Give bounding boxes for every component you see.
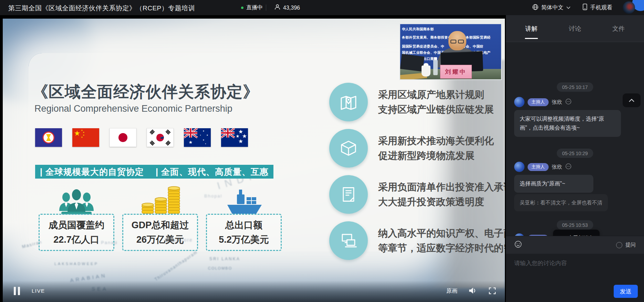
viewer-count: 43,396: [274, 4, 300, 12]
date-divider: 05-25 10:53: [557, 220, 593, 230]
point-investment: 采用负面清单作出投资准入承诺 大大提升投资政策透明度: [329, 175, 505, 214]
stat-box-population: 成员国覆盖约 22.7亿人口: [39, 214, 114, 251]
chat-bubble: 选择画质为“原画”~: [514, 175, 593, 193]
stat-box-exports: 总出口额 5.2万亿美元: [206, 214, 282, 251]
laptop: [400, 54, 425, 72]
point-customs: 采用新技术推动海关便利化 促进新型跨境物流发展: [329, 129, 494, 168]
fullscreen-icon[interactable]: [488, 287, 496, 296]
pip-backdrop-text: 华人民共和国商务部: [402, 27, 500, 32]
live-status: 直播中: [241, 4, 263, 11]
webinar-app: 第三期全国《区域全面经济伙伴关系协定》（RCEP）专题培训 直播中 43,396…: [0, 0, 644, 302]
slide-title: 《区域全面经济伙伴关系协定》: [32, 81, 259, 103]
mobile-view-button[interactable]: 手机观看: [582, 3, 612, 12]
stat-line2: 26万亿美元: [136, 233, 184, 246]
ask-question-toggle[interactable]: 提问: [616, 242, 636, 248]
point-line1: 采用负面清单作出投资准入承诺: [378, 180, 505, 194]
slide-subtitle: Regional Comprehensive Economic Partners…: [34, 103, 232, 114]
date-divider: 05-25 10:17: [557, 82, 593, 92]
video-player[interactable]: Masirah ARABIAN SEA LAKSHADWEEP Panaji B…: [0, 15, 506, 302]
date-divider: 05-25 10:29: [557, 149, 593, 158]
stat-line1: 成员国覆盖约: [49, 219, 104, 231]
point-digital-economy: 纳入高水平的知识产权、电子商务 等章节，适应数字经济时代的需要: [329, 221, 505, 260]
message-header: 主持人 张欣: [514, 162, 572, 172]
quality-button[interactable]: 原画: [446, 288, 457, 295]
map-label: COLOMBO: [208, 266, 232, 270]
cup: [422, 66, 430, 77]
flag-south-korea: [147, 128, 174, 147]
presenter-video: 华人民共和国商务部 务部外贸发展局、商务部投资促进局、商务部国际贸易经 国国际贸…: [399, 23, 502, 80]
send-button[interactable]: 发送: [614, 285, 638, 298]
host-badge: 主持人: [528, 98, 549, 106]
stat-line1: GDP总和超过: [132, 219, 189, 231]
stat-line1: 总出口额: [225, 219, 262, 231]
chevron-down-icon: [566, 4, 571, 11]
chat-toolbar: 提问: [506, 236, 644, 254]
banner-segment: | 全面、现代、高质量、互惠: [156, 166, 269, 178]
top-bar: 第三期全国《区域全面经济伙伴关系协定》（RCEP）专题培训 直播中 43,396…: [0, 0, 644, 15]
banner-segment: | 全球规模最大的自贸协定: [40, 166, 144, 178]
map-label: SRI LANKA: [209, 256, 240, 261]
host-badge: 主持人: [528, 163, 549, 171]
sender-name: 张欣: [552, 164, 562, 170]
more-options-icon[interactable]: [565, 163, 572, 171]
emoji-button[interactable]: [514, 240, 522, 250]
flag-china: [72, 128, 99, 147]
member-flags: [35, 128, 248, 147]
point-line2: 等章节，适应数字经济时代的需要: [378, 241, 505, 255]
globe-icon: [532, 4, 539, 12]
people-icon: [55, 189, 98, 217]
page-title: 第三期全国《区域全面经济伙伴关系协定》（RCEP）专题培训: [8, 4, 195, 13]
live-dot-icon: [241, 7, 243, 9]
glasses-icon: [450, 40, 456, 43]
message-header: 主持人 张欣: [514, 97, 572, 107]
chat-bubble: 大家可以调整视频清晰度，选择“原画”，点击视频会有选项~: [514, 110, 621, 137]
video-canvas: Masirah ARABIAN SEA LAKSHADWEEP Panaji B…: [3, 19, 505, 302]
water-bottle: [433, 59, 438, 75]
name-plate: 刘耀中: [440, 65, 472, 79]
radio-icon: [616, 242, 622, 248]
ship-icon: [225, 188, 264, 217]
sidebar-tabs: 讲解 讨论 文件: [506, 15, 644, 42]
avatar[interactable]: [514, 233, 524, 236]
language-selector[interactable]: 简体中文: [532, 4, 571, 12]
devices-icon: [329, 221, 368, 260]
tab-explanation[interactable]: 讲解: [524, 16, 539, 42]
sender-name: 张欣: [552, 99, 562, 105]
stat-line2: 5.2万亿美元: [219, 233, 269, 246]
player-control-bar: LIVE 原画: [3, 281, 505, 302]
volume-icon[interactable]: [468, 286, 477, 296]
more-options-icon[interactable]: [565, 98, 572, 106]
chat-message-list[interactable]: 05-25 10:17 主持人 张欣 大家可以调整视频清晰度，选择“原画”，点击…: [506, 42, 644, 236]
coins-icon: [139, 185, 181, 217]
top-bar-right: 简体中文 手机观看: [532, 0, 612, 15]
person-icon: [274, 4, 281, 12]
chat-sidebar: 讲解 讨论 文件 05-25 10:17 主持人 张欣 大家可以调整视频清晰度，…: [506, 15, 644, 302]
slide-banner: | 全球规模最大的自贸协定 | 全面、现代、高质量、互惠: [35, 165, 273, 179]
avatar[interactable]: [514, 162, 524, 172]
chat-input[interactable]: [506, 254, 644, 281]
point-line1: 采用区域原产地累计规则: [378, 87, 494, 102]
live-badge: LIVE: [32, 288, 45, 294]
phone-icon: [582, 3, 588, 12]
chat-input-area: 发送: [506, 254, 644, 302]
user-avatar[interactable]: [623, 1, 635, 14]
map-label: LAKSHADWEEP: [54, 262, 98, 266]
divider: [266, 4, 266, 11]
tab-discussion[interactable]: 讨论: [568, 16, 583, 42]
tab-files[interactable]: 文件: [611, 16, 626, 42]
map-pin-icon: [329, 83, 368, 121]
mobile-view-label: 手机观看: [590, 4, 612, 11]
pause-button[interactable]: [13, 287, 21, 295]
point-line2: 大大提升投资政策透明度: [378, 194, 505, 209]
document-icon: [329, 175, 368, 214]
flag-australia: [184, 128, 211, 147]
flag-japan: [110, 128, 136, 147]
quoted-message: 吴亚彬：看不清文字，全屏也看不清: [514, 194, 608, 211]
viewer-count-value: 43,396: [283, 5, 300, 11]
language-label: 简体中文: [541, 4, 563, 11]
view-new-messages-button[interactable]: 查看新消息: [553, 230, 600, 236]
scroll-to-top-button[interactable]: [623, 93, 641, 107]
flag-asean: [35, 128, 62, 147]
point-line2: 支持区域产业链供应链发展: [378, 102, 494, 117]
avatar[interactable]: [514, 97, 524, 107]
